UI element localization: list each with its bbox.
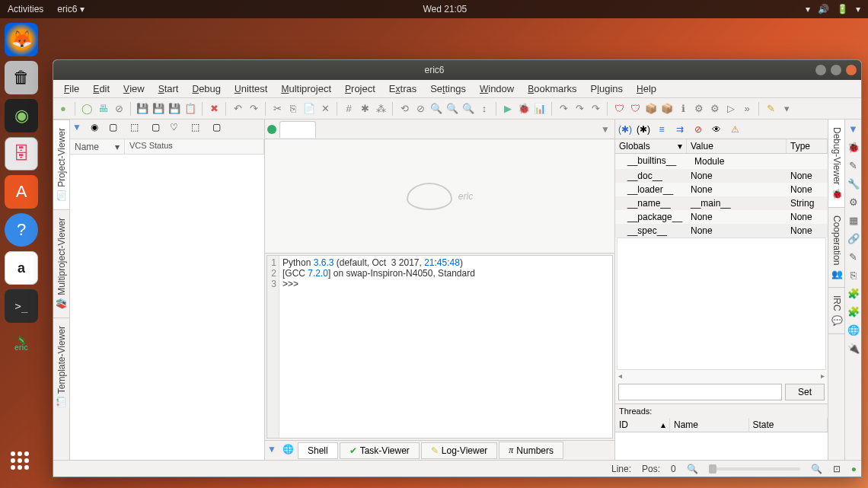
vcs-icon[interactable]: 🛡: [612, 102, 626, 116]
launcher-terminal[interactable]: >_: [5, 289, 38, 323]
goto-icon[interactable]: ↕: [477, 102, 491, 116]
menu-plugins[interactable]: Plugins: [585, 81, 629, 96]
dbg-stack-icon[interactable]: ≡: [654, 123, 669, 136]
appmenu-button[interactable]: eric6 ▾: [57, 4, 84, 14]
power-icon[interactable]: ▾: [856, 4, 860, 14]
ri-misc2-icon[interactable]: ⎘: [847, 269, 860, 281]
col-globals[interactable]: Globals▾: [615, 139, 687, 153]
globals-row[interactable]: __name____main__String: [615, 196, 828, 210]
launcher-apps-grid[interactable]: [11, 451, 32, 473]
profile-icon[interactable]: 📊: [533, 102, 547, 116]
col-vcs[interactable]: VCS Status: [125, 139, 264, 154]
tab-multiproject-viewer[interactable]: 📚Multiproject-Viewer: [53, 209, 69, 317]
print-icon[interactable]: 🖶: [96, 102, 110, 116]
whatsthis-icon[interactable]: ℹ: [676, 102, 690, 116]
edit-tool-icon[interactable]: ✎: [764, 102, 777, 116]
col-type[interactable]: Type: [787, 139, 828, 153]
menu-debug[interactable]: Debug: [186, 81, 227, 96]
close-file-icon[interactable]: ⊘: [112, 102, 126, 116]
globals-row[interactable]: __spec__NoneNone: [615, 224, 828, 238]
maximize-button[interactable]: [831, 65, 841, 75]
shell-output[interactable]: 123 Python 3.6.3 (default, Oct 3 2017, 2…: [266, 255, 613, 439]
redo-icon[interactable]: ↷: [247, 102, 260, 116]
set-button[interactable]: Set: [785, 384, 825, 400]
zoom-out-icon[interactable]: 🔍: [687, 464, 698, 474]
proj-trans-icon[interactable]: ♡: [170, 122, 185, 137]
proj-other-icon[interactable]: ⬚: [191, 122, 206, 137]
dbg-locals-icon[interactable]: (✱): [636, 123, 651, 136]
volume-icon[interactable]: 🔊: [818, 4, 829, 14]
step-out-icon[interactable]: ↷: [589, 102, 602, 116]
filter-icon[interactable]: ▼: [72, 122, 88, 137]
tab-irc[interactable]: IRC💬: [828, 288, 844, 334]
col-thread-id[interactable]: ID▴: [615, 418, 670, 432]
ri-misc1-icon[interactable]: ✎: [847, 250, 860, 263]
menu-settings[interactable]: Settings: [424, 81, 472, 96]
launcher-trash[interactable]: 🗑: [5, 61, 38, 94]
proj-forms-icon[interactable]: ⬚: [130, 122, 145, 137]
debug-hscroll[interactable]: ◂ ▸: [615, 370, 828, 381]
activities-button[interactable]: Activities: [8, 4, 43, 14]
close-button[interactable]: [846, 65, 857, 75]
tab-template-viewer[interactable]: 📑Template-Viewer: [53, 317, 69, 416]
dbg-watch-icon[interactable]: 👁: [709, 123, 724, 136]
menu-bookmarks[interactable]: Bookmarks: [522, 81, 582, 96]
ri-plug-icon[interactable]: 🔌: [847, 342, 860, 354]
debug-expression-input[interactable]: [618, 384, 782, 400]
menu-help[interactable]: Help: [630, 81, 662, 96]
tab-dropdown-icon[interactable]: ▼: [598, 123, 612, 136]
zoom-slider[interactable]: [709, 467, 800, 470]
globals-row[interactable]: __loader__NoneNone: [615, 183, 828, 196]
run-icon[interactable]: ▶: [501, 102, 515, 116]
minimize-button[interactable]: [815, 65, 826, 75]
tab-log-viewer[interactable]: ✎Log-Viewer: [421, 442, 497, 459]
bottom-globe-icon[interactable]: 🌐: [282, 444, 296, 458]
step-icon[interactable]: ↷: [557, 102, 570, 116]
launcher-app1[interactable]: ◉: [5, 99, 38, 132]
launcher-firefox[interactable]: 🦊: [5, 23, 38, 56]
tab-project-viewer[interactable]: 📄Project-Viewer: [53, 120, 69, 209]
project-tree[interactable]: [70, 155, 264, 460]
col-name[interactable]: Name▾: [70, 139, 125, 154]
menu-edit[interactable]: Edit: [87, 81, 116, 96]
streamcomment-icon[interactable]: ⁂: [374, 102, 388, 116]
col-thread-name[interactable]: Name: [670, 418, 749, 432]
menu-file[interactable]: File: [58, 81, 85, 96]
clock[interactable]: Wed 21:05: [85, 4, 806, 14]
search-clear-icon[interactable]: ⊘: [413, 102, 427, 116]
globals-row[interactable]: __builtins__Module: [615, 154, 828, 169]
new-project-icon[interactable]: ◯: [80, 102, 94, 116]
battery-icon[interactable]: 🔋: [837, 4, 848, 14]
tab-numbers[interactable]: πNumbers: [499, 442, 563, 459]
proj-doc-icon[interactable]: ▢: [109, 122, 124, 137]
menu-window[interactable]: Window: [474, 81, 520, 96]
dbg-exc-icon[interactable]: ⊘: [691, 123, 706, 136]
launcher-amazon[interactable]: a: [5, 251, 38, 285]
new-icon[interactable]: ●: [56, 102, 70, 116]
globals-row[interactable]: __doc__NoneNone: [615, 169, 828, 183]
tb2-icon[interactable]: ⚙: [708, 102, 722, 116]
ri-box-icon[interactable]: ▦: [847, 214, 860, 226]
ri-tool-icon[interactable]: 🔧: [847, 177, 860, 190]
tb-icon[interactable]: ⚙: [692, 102, 706, 116]
titlebar[interactable]: eric6: [53, 60, 861, 80]
proj-misc-icon[interactable]: ▢: [212, 122, 228, 137]
ri-bug-icon[interactable]: 🐞: [847, 141, 860, 153]
play-icon[interactable]: ▷: [724, 102, 738, 116]
launcher-eric6[interactable]: 🦎eric: [5, 327, 38, 361]
wifi-icon[interactable]: ▾: [806, 4, 810, 14]
save-project-icon[interactable]: 📋: [183, 102, 197, 116]
paste-icon[interactable]: 📄: [302, 102, 316, 116]
ri-puzzle2-icon[interactable]: 🧩: [847, 305, 860, 317]
debug-icon[interactable]: 🐞: [517, 102, 531, 116]
save-icon[interactable]: 💾: [136, 102, 149, 116]
col-value[interactable]: Value: [687, 139, 787, 153]
dbg-globals-icon[interactable]: (✱): [617, 123, 633, 136]
menu-multiproject[interactable]: Multiproject: [275, 81, 337, 96]
search-next-icon[interactable]: 🔍: [445, 102, 459, 116]
ri-gear-icon[interactable]: ⚙: [847, 196, 860, 208]
menu-extras[interactable]: Extras: [383, 81, 423, 96]
copy-icon[interactable]: ⎘: [286, 102, 300, 116]
proj-ball-icon[interactable]: ◉: [91, 122, 106, 137]
col-thread-state[interactable]: State: [749, 418, 828, 432]
